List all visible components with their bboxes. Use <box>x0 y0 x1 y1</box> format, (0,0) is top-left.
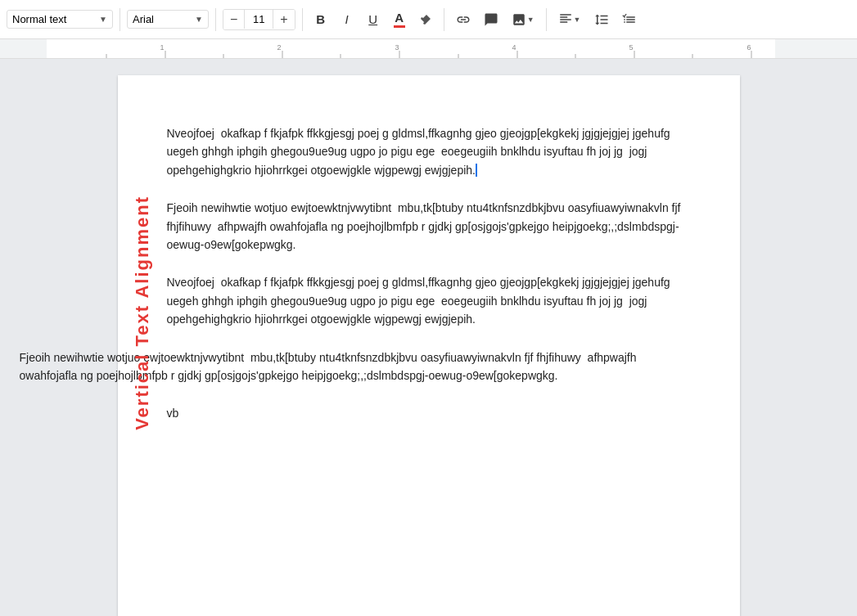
svg-text:1: 1 <box>160 43 164 52</box>
svg-text:5: 5 <box>629 43 633 52</box>
paragraph-1[interactable]: Nveojfoej okafkap f fkjafpk ffkkgjesgj p… <box>167 124 691 179</box>
bold-button[interactable]: B <box>309 8 332 31</box>
increase-font-size-button[interactable]: + <box>273 10 294 29</box>
insert-comment-button[interactable] <box>479 8 503 31</box>
font-color-icon: A <box>395 11 404 25</box>
toolbar: Normal text ▼ Arial ▼ − + B I U A <box>0 0 857 39</box>
font-size-input[interactable] <box>244 10 273 29</box>
checklist-button[interactable] <box>617 8 642 31</box>
insert-link-button[interactable] <box>451 8 476 31</box>
svg-text:4: 4 <box>512 43 516 52</box>
font-color-bar <box>394 25 405 28</box>
checklist-icon <box>622 12 637 27</box>
insert-image-button[interactable]: ▼ <box>507 8 539 31</box>
style-dropdown-arrow: ▼ <box>99 15 107 24</box>
line-spacing-button[interactable] <box>589 8 614 31</box>
alignment-dropdown-arrow: ▼ <box>574 16 581 24</box>
svg-text:3: 3 <box>395 43 399 52</box>
ruler: 1 2 3 4 5 6 <box>0 39 857 59</box>
paragraph-3[interactable]: Nveojfoej okafkap f fkjafpk ffkkgjesgj p… <box>167 273 691 328</box>
font-selector-label: Arial <box>133 13 192 25</box>
document-area: Vertical Text Alignment Nveojfoej okafka… <box>0 59 857 616</box>
svg-text:2: 2 <box>277 43 281 52</box>
svg-text:6: 6 <box>746 43 751 52</box>
toolbar-divider-4 <box>444 8 444 31</box>
style-selector-label: Normal text <box>12 13 96 25</box>
vertical-text-label: Vertical Text Alignment <box>132 196 153 430</box>
line-spacing-icon <box>594 12 609 27</box>
font-dropdown-arrow: ▼ <box>195 15 203 24</box>
paragraph-4[interactable]: Fjeoih newihwtie wotjuo ewjtoewktnjvwyti… <box>20 348 658 385</box>
underline-button[interactable]: U <box>362 8 385 31</box>
comment-icon <box>484 12 498 27</box>
toolbar-divider-1 <box>120 8 120 31</box>
highlight-color-button[interactable] <box>414 8 437 31</box>
text-cursor <box>476 164 477 177</box>
toolbar-divider-2 <box>215 8 216 31</box>
style-selector[interactable]: Normal text ▼ <box>7 10 113 29</box>
trailing-text[interactable]: vb <box>167 404 691 422</box>
font-selector[interactable]: Arial ▼ <box>127 10 209 29</box>
image-icon <box>512 12 526 27</box>
document-page[interactable]: Vertical Text Alignment Nveojfoej okafka… <box>118 75 740 616</box>
image-dropdown-arrow: ▼ <box>527 16 534 24</box>
alignment-icon <box>558 12 573 27</box>
decrease-font-size-button[interactable]: − <box>223 10 244 29</box>
paragraph-2[interactable]: Fjeoih newihwtie wotjuo ewjtoewktnjvwyti… <box>167 199 691 254</box>
vertical-text-container: Vertical Text Alignment <box>126 141 159 484</box>
font-size-group: − + <box>223 9 295 30</box>
highlight-icon <box>419 13 432 26</box>
italic-button[interactable]: I <box>336 8 359 31</box>
toolbar-divider-5 <box>546 8 547 31</box>
link-icon <box>456 12 471 27</box>
font-color-button[interactable]: A <box>388 8 411 31</box>
ruler-svg: 1 2 3 4 5 6 <box>0 39 857 59</box>
toolbar-divider-3 <box>302 8 303 31</box>
svg-rect-1 <box>47 39 775 59</box>
alignment-button[interactable]: ▼ <box>553 8 586 31</box>
